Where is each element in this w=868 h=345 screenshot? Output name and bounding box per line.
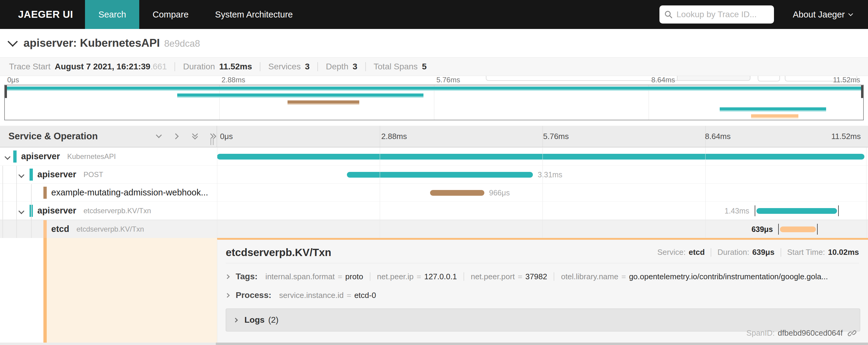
collapse-all-double-chevron-down-icon[interactable] <box>190 132 199 141</box>
summary-item-value: 3 <box>305 62 310 71</box>
span-detail-meta: Service:etcdDuration:639μsStart Time:10.… <box>657 248 859 257</box>
trace-name-text: apiserver: KubernetesAPI <box>24 37 160 49</box>
app-logo[interactable]: JAEGER UI <box>0 0 85 29</box>
span-row[interactable]: apiserveretcdserverpb.KV/Txn1.43ms <box>0 202 868 220</box>
grid-line <box>866 147 867 238</box>
time-tick-label: 8.64ms <box>705 132 731 141</box>
column-resizer-grip[interactable] <box>210 138 214 145</box>
minimap-span-bar <box>287 100 359 105</box>
trace-lookup-box[interactable] <box>659 5 774 24</box>
tag-value: go.opentelemetry.io/contrib/instrumentat… <box>629 272 828 281</box>
nav-tab-compare[interactable]: Compare <box>139 0 202 29</box>
minimap-span-bar <box>720 107 826 112</box>
tag-item: internal.span.format=proto <box>266 272 363 281</box>
grid-line <box>705 147 706 238</box>
main-nav: SearchCompareSystem Architecture <box>85 0 306 29</box>
time-tick-label: 11.52ms <box>833 76 860 84</box>
timeline-grid-header: Service & Operation 0μs2.88ms5.76ms8.64m… <box>0 126 868 147</box>
tag-value: 37982 <box>525 272 547 281</box>
horizontal-scrollbar[interactable] <box>0 343 868 345</box>
time-tick-label: 2.88ms <box>221 76 245 84</box>
span-row[interactable]: etcdetcdserverpb.KV/Txn639μs <box>0 220 868 238</box>
tag-item: net.peer.ip=127.0.0.1 <box>377 272 457 281</box>
span-duration-bar[interactable] <box>347 172 533 178</box>
trace-lookup-input[interactable] <box>676 10 767 19</box>
kv-separator <box>370 272 370 281</box>
scrollbar-thumb[interactable] <box>216 343 868 345</box>
span-operation-name: etcdserverpb.KV/Txn <box>76 225 144 233</box>
span-bar-end-tick <box>817 224 818 235</box>
span-color-bar <box>13 150 17 163</box>
about-jaeger-menu[interactable]: About Jaeger <box>793 10 852 20</box>
process-tag-key: service.instance.id <box>279 291 344 300</box>
timeline-minimap[interactable] <box>4 85 864 120</box>
minimap-left-drag-handle[interactable] <box>5 85 7 98</box>
span-name-column: apiserveretcdserverpb.KV/Txn <box>37 202 151 220</box>
span-service-name: apiserver <box>21 151 60 161</box>
span-name-column: apiserverKubernetesAPI <box>21 147 116 165</box>
collapse-chevron-icon[interactable] <box>4 154 10 160</box>
meta-value: 639μs <box>752 248 775 257</box>
tags-accordion[interactable]: Tags: internal.span.format=protonet.peer… <box>226 269 859 284</box>
span-operation-name: KubernetesAPI <box>67 152 116 161</box>
span-bar-end-tick <box>778 224 779 235</box>
summary-item-label: Duration <box>183 62 215 71</box>
chevron-down-icon <box>848 11 853 16</box>
kv-separator <box>464 272 464 281</box>
tree-controls <box>154 126 218 147</box>
detail-left-gutter <box>0 238 217 343</box>
nav-tab-search[interactable]: Search <box>85 0 139 29</box>
span-duration-label: 1.43ms <box>704 207 749 215</box>
summary-item-suffix: .661 <box>150 62 167 71</box>
summary-item-value: August 7 2021, 16:21:39.661 <box>55 62 167 71</box>
trace-name: apiserver: KubernetesAPI 8e9dca8 <box>24 37 200 50</box>
tag-key: net.peer.ip <box>377 272 413 281</box>
equals-sign: = <box>338 272 342 281</box>
equals-sign: = <box>347 291 351 300</box>
span-row[interactable]: apiserverPOST3.31ms <box>0 166 868 184</box>
time-tick-label: 11.52ms <box>831 132 861 141</box>
logs-count: (2) <box>268 315 278 325</box>
span-id-value: dfbebd960ced064f <box>778 328 843 338</box>
grid-line <box>542 147 543 238</box>
trace-header-bar: apiserver: KubernetesAPI 8e9dca8 ⌘ Trace… <box>0 29 868 57</box>
logs-accordion[interactable]: Logs (2) <box>226 309 860 332</box>
collapse-one-chevron-down-icon[interactable] <box>154 132 163 141</box>
summary-item-value: 11.52ms <box>219 62 252 71</box>
span-service-name: apiserver <box>37 170 76 179</box>
nav-tab-system-architecture[interactable]: System Architecture <box>202 0 306 29</box>
span-service-name: example-mutating-admission-webhook... <box>51 188 208 198</box>
jaeger-trace-page: JAEGER UI SearchCompareSystem Architectu… <box>0 0 868 345</box>
span-duration-bar[interactable] <box>780 227 816 232</box>
collapse-trace-chevron-icon[interactable] <box>7 36 18 47</box>
expand-one-chevron-right-icon[interactable] <box>173 132 181 141</box>
selected-span-color-band <box>43 238 47 343</box>
span-duration-bar[interactable] <box>217 154 864 160</box>
span-row[interactable]: example-mutating-admission-webhook...966… <box>0 184 868 202</box>
minimap-span-bar <box>177 93 424 98</box>
time-tick-label: 0μs <box>220 132 233 141</box>
span-duration-label: 3.31ms <box>538 170 562 179</box>
span-bar-end-tick <box>838 205 839 216</box>
span-color-bar <box>43 220 47 238</box>
span-duration-label: 966μs <box>489 189 510 197</box>
summary-item-label: Trace Start <box>9 62 50 71</box>
span-detail-panel: etcdserverpb.KV/Txn Service:etcdDuration… <box>217 238 868 343</box>
span-duration-bar[interactable] <box>756 208 837 214</box>
kv-separator <box>554 272 554 281</box>
service-operation-title: Service & Operation <box>8 131 98 142</box>
summary-separator <box>260 62 260 71</box>
span-operation-name: POST <box>84 170 103 179</box>
process-accordion[interactable]: Process: service.instance.id=etcd-0 <box>226 287 859 303</box>
collapse-chevron-icon[interactable] <box>19 172 24 178</box>
time-tick-label: 5.76ms <box>436 76 460 84</box>
span-row[interactable]: apiserverKubernetesAPI <box>0 147 868 166</box>
logs-label: Logs <box>244 315 265 325</box>
tags-label: Tags: <box>236 272 258 281</box>
span-duration-bar[interactable] <box>430 190 484 196</box>
search-icon <box>664 10 673 19</box>
collapse-chevron-icon[interactable] <box>19 208 24 214</box>
link-icon[interactable] <box>847 329 857 338</box>
minimap-right-drag-handle[interactable] <box>861 85 863 98</box>
process-label: Process: <box>236 290 271 300</box>
